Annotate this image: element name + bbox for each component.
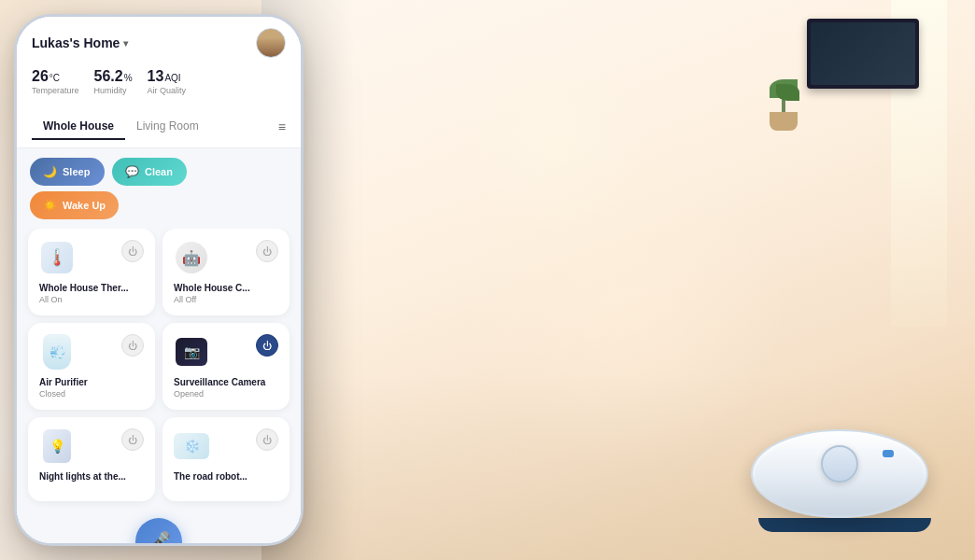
purifier-icon: 💨 bbox=[43, 334, 71, 370]
nightlight-power-button[interactable]: ⏻ bbox=[121, 428, 144, 451]
humidity-value: 56.2 bbox=[94, 69, 123, 84]
home-title[interactable]: Lukas's Home ▾ bbox=[32, 35, 128, 50]
tab-living-room[interactable]: Living Room bbox=[125, 114, 210, 140]
camera-name: Surveillance Camera bbox=[174, 377, 278, 387]
mic-icon: 🎤 bbox=[148, 530, 171, 543]
wakeup-icon: ☀️ bbox=[43, 199, 57, 212]
scene-buttons-container: 🌙 Sleep 💬 Clean bbox=[17, 148, 301, 195]
tv-decoration bbox=[807, 19, 919, 89]
road-robot-icon: ❄️ bbox=[174, 433, 209, 459]
humidity-stat: 56.2 % Humidity bbox=[94, 69, 133, 95]
chevron-down-icon: ▾ bbox=[123, 38, 128, 49]
vacuum-power-button[interactable]: ⏻ bbox=[256, 240, 278, 262]
purifier-icon-area: 💨 bbox=[39, 334, 75, 370]
road-robot-icon-area: ❄️ bbox=[174, 428, 209, 464]
temperature-unit: °C bbox=[49, 73, 60, 83]
sleep-label: Sleep bbox=[63, 166, 90, 177]
road-robot-card[interactable]: ❄️ ⏻ The road robot... bbox=[162, 417, 290, 501]
thermostat-card-header: 🌡️ ⏻ bbox=[39, 240, 144, 275]
robot-vacuum-decoration bbox=[751, 429, 938, 532]
tabs-container: Whole House Living Room bbox=[32, 114, 210, 140]
humidity-unit: % bbox=[124, 73, 133, 83]
phone-mockup: Lukas's Home ▾ 26 °C Temperature bbox=[14, 14, 304, 546]
wakeup-scene-button[interactable]: ☀️ Wake Up bbox=[30, 191, 119, 219]
road-robot-card-header: ❄️ ⏻ bbox=[174, 428, 278, 464]
clean-icon: 💬 bbox=[125, 165, 139, 178]
thermostat-name: Whole House Ther... bbox=[39, 283, 144, 293]
vacuum-card-header: 🤖 ⏻ bbox=[174, 240, 278, 275]
weather-stats: 26 °C Temperature 56.2 % Humidity bbox=[32, 65, 286, 106]
camera-status: Opened bbox=[174, 389, 278, 399]
voice-button-container: 🎤 bbox=[17, 509, 301, 543]
app-header: Lukas's Home ▾ 26 °C Temperature bbox=[17, 17, 301, 106]
nightlight-name: Night lights at the... bbox=[39, 471, 144, 482]
aqi-stat: 13 AQI Air Quality bbox=[148, 69, 187, 95]
vacuum-icon-area: 🤖 bbox=[174, 240, 209, 275]
aqi-value: 13 bbox=[148, 69, 164, 84]
device-grid: 🌡️ ⏻ Whole House Ther... All On 🤖 ⏻ bbox=[17, 229, 301, 509]
clean-label: Clean bbox=[145, 166, 173, 177]
camera-icon: 📷 bbox=[176, 338, 207, 366]
camera-power-button[interactable]: ⏻ bbox=[256, 334, 278, 357]
tabs-row: Whole House Living Room ≡ bbox=[17, 106, 301, 148]
camera-card[interactable]: 📷 ⏻ Surveillance Camera Opened bbox=[162, 323, 290, 410]
vacuum-icon: 🤖 bbox=[176, 242, 207, 273]
aqi-label: Air Quality bbox=[148, 86, 187, 95]
sleep-scene-button[interactable]: 🌙 Sleep bbox=[30, 158, 105, 186]
nightlight-card[interactable]: 💡 ⏻ Night lights at the... bbox=[28, 417, 155, 501]
purifier-card-header: 💨 ⏻ bbox=[39, 334, 144, 370]
voice-assistant-button[interactable]: 🎤 bbox=[135, 518, 182, 543]
sleep-icon: 🌙 bbox=[43, 165, 57, 178]
road-robot-power-button[interactable]: ⏻ bbox=[256, 428, 278, 451]
menu-icon[interactable]: ≡ bbox=[278, 119, 286, 134]
tab-whole-house[interactable]: Whole House bbox=[32, 114, 125, 140]
camera-icon-area: 📷 bbox=[174, 334, 209, 370]
phone-screen: Lukas's Home ▾ 26 °C Temperature bbox=[17, 17, 301, 543]
phone-frame: Lukas's Home ▾ 26 °C Temperature bbox=[14, 14, 304, 546]
vacuum-status: All Off bbox=[174, 295, 278, 304]
purifier-power-button[interactable]: ⏻ bbox=[121, 334, 144, 357]
camera-card-header: 📷 ⏻ bbox=[174, 334, 278, 370]
purifier-name: Air Purifier bbox=[39, 377, 144, 387]
thermostat-icon-area: 🌡️ bbox=[39, 240, 75, 275]
temperature-value: 26 bbox=[32, 69, 49, 84]
scene-buttons-row2: ☀️ Wake Up bbox=[17, 191, 301, 229]
home-title-row: Lukas's Home ▾ bbox=[32, 28, 286, 58]
light-blob-2 bbox=[461, 47, 648, 233]
thermostat-status: All On bbox=[39, 295, 144, 304]
tv-screen bbox=[811, 22, 915, 85]
vacuum-card[interactable]: 🤖 ⏻ Whole House C... All Off bbox=[162, 229, 290, 315]
user-avatar[interactable] bbox=[256, 28, 286, 58]
wakeup-label: Wake Up bbox=[63, 200, 106, 211]
vacuum-name: Whole House C... bbox=[174, 283, 278, 293]
clean-scene-button[interactable]: 💬 Clean bbox=[112, 158, 187, 186]
home-name-label: Lukas's Home bbox=[32, 35, 120, 50]
thermostat-icon: 🌡️ bbox=[41, 242, 73, 273]
nightlight-card-header: 💡 ⏻ bbox=[39, 428, 144, 464]
nightlight-icon-area: 💡 bbox=[39, 428, 75, 464]
humidity-label: Humidity bbox=[94, 86, 133, 95]
purifier-status: Closed bbox=[39, 389, 144, 399]
temperature-label: Temperature bbox=[32, 86, 79, 95]
aqi-unit: AQI bbox=[164, 73, 180, 83]
plant-decoration bbox=[765, 56, 802, 131]
temperature-stat: 26 °C Temperature bbox=[32, 69, 79, 95]
nightlight-icon: 💡 bbox=[43, 429, 71, 463]
purifier-card[interactable]: 💨 ⏻ Air Purifier Closed bbox=[28, 323, 155, 410]
road-robot-name: The road robot... bbox=[174, 471, 278, 482]
thermostat-card[interactable]: 🌡️ ⏻ Whole House Ther... All On bbox=[28, 229, 155, 315]
thermostat-power-button[interactable]: ⏻ bbox=[121, 240, 144, 262]
avatar-image bbox=[257, 29, 285, 57]
